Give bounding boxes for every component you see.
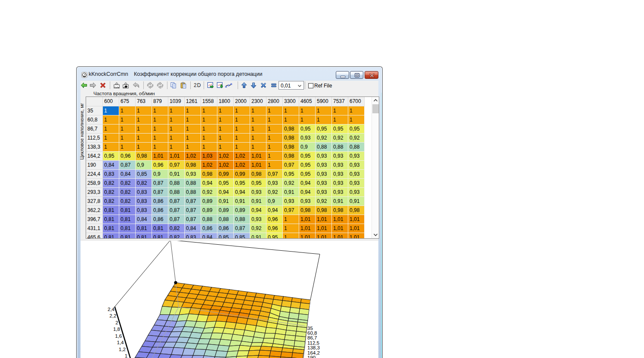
grid-cell[interactable]: 0,83 — [136, 188, 152, 197]
grid-cell[interactable]: 0,87 — [152, 188, 168, 197]
grid-cell[interactable]: 0,93 — [250, 215, 266, 224]
grid-cell[interactable]: 1 — [103, 125, 119, 134]
grid-cell[interactable]: 1 — [348, 115, 365, 125]
grid-cell[interactable]: 0,82 — [119, 179, 136, 188]
grid-cell[interactable]: 1 — [283, 224, 299, 233]
row-header[interactable]: 190 — [86, 161, 103, 170]
grid-cell[interactable]: 0,96 — [266, 224, 283, 233]
grid-cell[interactable]: 1 — [168, 134, 185, 143]
grid-cell[interactable]: 0,88 — [348, 143, 365, 152]
grid-cell[interactable]: 1 — [136, 115, 152, 125]
grid-cell[interactable]: 0,93 — [316, 170, 332, 179]
grid-cell[interactable]: 0,93 — [185, 170, 201, 179]
row-header[interactable]: 396,7 — [86, 215, 103, 224]
grid-cell[interactable]: 0,83 — [185, 233, 201, 239]
forward-button[interactable] — [90, 82, 97, 89]
grid-cell[interactable]: 0,95 — [217, 179, 234, 188]
grid-cell[interactable]: 0,88 — [168, 179, 185, 188]
grid-cell[interactable]: 0,95 — [234, 179, 250, 188]
grid-cell[interactable]: 1 — [299, 106, 316, 115]
grid-cell[interactable]: 0,93 — [316, 161, 332, 170]
grid-cell[interactable]: 0,98 — [250, 170, 266, 179]
col-header[interactable]: 3300 — [283, 97, 299, 106]
grid-cell[interactable]: 1 — [152, 125, 168, 134]
grid-cell[interactable]: 0,93 — [348, 152, 365, 161]
grid-cell[interactable]: 1 — [152, 134, 168, 143]
grid-cell[interactable]: 1 — [152, 143, 168, 152]
grid-cell[interactable]: 0,89 — [234, 206, 250, 215]
grid-cell[interactable]: 1 — [119, 125, 136, 134]
grid-cell[interactable]: 0,88 — [217, 215, 234, 224]
grid-cell[interactable]: 0,81 — [103, 224, 119, 233]
col-header[interactable]: 4605 — [299, 97, 316, 106]
grid-cell[interactable]: 1 — [103, 143, 119, 152]
grid-cell[interactable]: 0,83 — [136, 197, 152, 206]
grid-cell[interactable]: 0,81 — [119, 233, 136, 239]
grid-cell[interactable]: 1 — [168, 143, 185, 152]
grid-cell[interactable]: 1 — [185, 134, 201, 143]
grid-cell[interactable]: 1,01 — [316, 224, 332, 233]
grid-cell[interactable]: 1 — [266, 106, 283, 115]
grid-cell[interactable]: 0,91 — [168, 170, 185, 179]
grid-cell[interactable]: 1 — [168, 115, 185, 125]
grid-cell[interactable]: 0,97 — [283, 161, 299, 170]
grid-cell[interactable]: 1 — [250, 125, 266, 134]
grid-cell[interactable]: 0,87 — [168, 206, 185, 215]
grid-cell[interactable]: 0,81 — [119, 206, 136, 215]
grid-cell[interactable]: 0,95 — [103, 152, 119, 161]
grid-cell[interactable]: 1 — [136, 143, 152, 152]
grid-cell[interactable]: 1,02 — [234, 152, 250, 161]
grid-cell[interactable]: 1 — [136, 125, 152, 134]
grid-cell[interactable]: 0,95 — [299, 152, 316, 161]
grid-cell[interactable]: 0,93 — [316, 152, 332, 161]
row-header[interactable]: 362,2 — [86, 206, 103, 215]
col-header[interactable]: 1800 — [217, 97, 234, 106]
grid-cell[interactable]: 1 — [201, 143, 217, 152]
grid-cell[interactable]: 0,95 — [299, 125, 316, 134]
grid-cell[interactable]: 0,91 — [250, 197, 266, 206]
grid-cell[interactable]: 0,88 — [234, 215, 250, 224]
grid-cell[interactable]: 1,01 — [348, 215, 365, 224]
grid-cell[interactable]: 0,84 — [185, 224, 201, 233]
grid-cell[interactable]: 0,93 — [266, 179, 283, 188]
step-combobox[interactable]: 0,01 — [279, 81, 304, 90]
grid-cell[interactable]: 0,81 — [152, 224, 168, 233]
grid-cell[interactable]: 1 — [234, 115, 250, 125]
col-header[interactable]: 2000 — [234, 97, 250, 106]
grid-cell[interactable]: 0,85 — [217, 233, 234, 239]
grid-cell[interactable]: 1 — [201, 106, 217, 115]
grid-cell[interactable]: 1 — [217, 106, 234, 115]
grid-cell[interactable]: 0,98 — [283, 125, 299, 134]
grid-cell[interactable]: 0,96 — [266, 215, 283, 224]
col-header[interactable]: 1039 — [168, 97, 185, 106]
grid-cell[interactable]: 0,81 — [103, 215, 119, 224]
grid-cell[interactable]: 0,81 — [152, 233, 168, 239]
row-header[interactable]: 35 — [86, 106, 103, 115]
row-header[interactable]: 86,7 — [86, 125, 103, 134]
grid-cell[interactable]: 0,98 — [299, 206, 316, 215]
grid-cell[interactable]: 0,93 — [250, 188, 266, 197]
grid-cell[interactable]: 1 — [201, 125, 217, 134]
grid-cell[interactable]: 0,93 — [332, 179, 348, 188]
grid-cell[interactable]: 1,01 — [316, 215, 332, 224]
grid-cell[interactable]: 0,92 — [332, 134, 348, 143]
grid-cell[interactable]: 0,98 — [185, 161, 201, 170]
close-button[interactable] — [365, 71, 378, 79]
col-header[interactable]: 1558 — [201, 97, 217, 106]
grid-cell[interactable]: 0,87 — [152, 179, 168, 188]
grid-cell[interactable]: 1,01 — [316, 233, 332, 239]
titlebar[interactable]: kKnockCorrCmn Коэффициент коррекции обще… — [77, 67, 382, 80]
chart-export-button[interactable] — [207, 82, 214, 89]
row-header[interactable]: 258,9 — [86, 179, 103, 188]
grid-cell[interactable]: 0,99 — [234, 170, 250, 179]
grid-cell[interactable]: 1,01 — [299, 215, 316, 224]
grid-cell[interactable]: 1 — [103, 134, 119, 143]
grid-cell[interactable]: 1 — [250, 143, 266, 152]
col-header[interactable]: 6700 — [348, 97, 365, 106]
grid-cell[interactable]: 1 — [250, 115, 266, 125]
decrease-button[interactable] — [250, 82, 257, 89]
grid-cell[interactable]: 1 — [234, 143, 250, 152]
grid-cell[interactable]: 1,01 — [332, 215, 348, 224]
grid-cell[interactable]: 1 — [119, 115, 136, 125]
grid-cell[interactable]: 0,91 — [217, 197, 234, 206]
